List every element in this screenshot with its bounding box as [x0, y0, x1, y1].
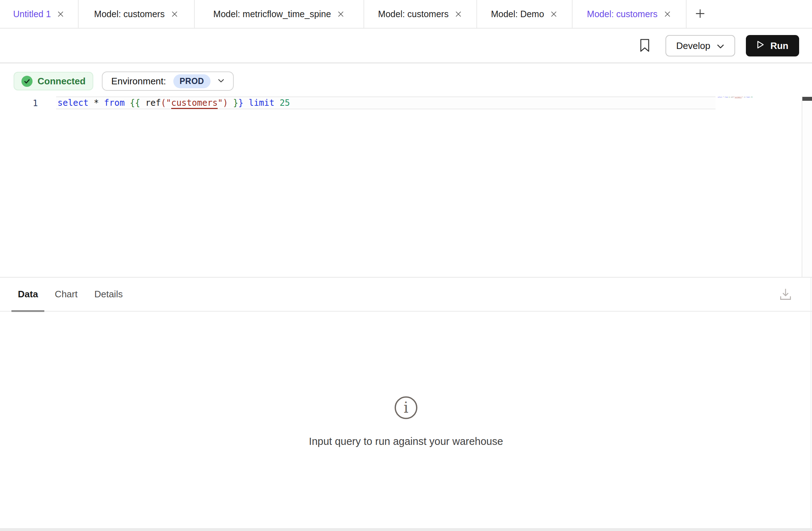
results-tab-label: Data [18, 289, 38, 300]
results-empty-state: i Input query to run against your wareho… [0, 396, 812, 447]
editor-pane: Connected Environment: PROD 1 select * f… [0, 66, 812, 277]
bottom-scrollbar-track[interactable] [0, 528, 812, 531]
plus-icon [694, 8, 706, 21]
tab-label: Model: customers [587, 9, 657, 19]
editor-tab[interactable]: Model: customers [79, 0, 195, 28]
chevron-down-icon [218, 79, 224, 84]
results-tab[interactable]: Chart [55, 278, 78, 311]
tab-label: Untitled 1 [13, 9, 51, 19]
tab-strip: Untitled 1 Model: customers Model: metri… [0, 0, 687, 28]
download-icon [779, 288, 792, 303]
close-tab-icon[interactable] [170, 10, 179, 18]
download-button[interactable] [778, 288, 793, 303]
close-tab-icon[interactable] [663, 10, 672, 18]
close-tab-icon[interactable] [550, 10, 558, 18]
bookmark-button[interactable] [637, 36, 653, 55]
editor-scrollbar-track[interactable] [802, 96, 812, 277]
close-tab-icon[interactable] [337, 10, 345, 18]
editor-tab[interactable]: Untitled 1 [0, 0, 79, 28]
editor-tab[interactable]: Model: customers [573, 0, 687, 28]
connection-status-badge: Connected [14, 72, 93, 90]
info-icon: i [394, 396, 418, 421]
tab-label: Model: customers [94, 9, 164, 19]
run-button-label: Run [770, 40, 788, 51]
results-tab-label: Details [94, 289, 123, 300]
check-circle-icon [21, 76, 33, 87]
editor-tab[interactable]: Model: customers [364, 0, 477, 28]
editor-tab[interactable]: Model: metricflow_time_spine [195, 0, 364, 28]
bookmark-icon [639, 38, 650, 54]
editor-tab[interactable]: Model: Demo [477, 0, 573, 28]
tab-bar: Untitled 1 Model: customers Model: metri… [0, 0, 812, 29]
run-button[interactable]: Run [746, 35, 799, 56]
toolbar: Develop Run [0, 29, 812, 64]
play-icon [757, 40, 764, 51]
connection-status-label: Connected [38, 76, 85, 87]
tab-label: Model: metricflow_time_spine [213, 9, 331, 19]
editor-scrollbar-thumb[interactable] [802, 97, 812, 101]
tab-label: Model: customers [378, 9, 449, 19]
environment-value-badge: PROD [173, 74, 211, 88]
right-edge-divider [811, 278, 811, 528]
line-number: 1 [21, 97, 38, 109]
develop-button[interactable]: Develop [665, 35, 735, 56]
close-tab-icon[interactable] [56, 10, 65, 18]
results-tabs-row: Data Chart Details [0, 278, 812, 312]
minimap: select * from {{ ref("customers") }} lim… [718, 96, 800, 118]
svg-text:i: i [403, 399, 408, 416]
code-line-content[interactable]: select * from {{ ref("customers") }} lim… [58, 97, 290, 109]
results-tab-label: Chart [55, 289, 78, 300]
environment-label: Environment: [111, 76, 166, 87]
ide-window: Untitled 1 Model: customers Model: metri… [0, 0, 812, 531]
results-tab[interactable]: Data [18, 278, 38, 311]
chevron-down-icon [717, 40, 724, 51]
code-editor[interactable]: 1 select * from {{ ref("customers") }} l… [0, 96, 812, 277]
results-panel: Data Chart Details i Input query to run … [0, 277, 812, 531]
develop-button-label: Develop [676, 40, 710, 51]
minimap-code: select * from {{ ref("customers") }} lim… [718, 96, 730, 98]
editor-status-row: Connected Environment: PROD [14, 71, 234, 91]
tab-label: Model: Demo [491, 9, 544, 19]
results-tab[interactable]: Details [94, 278, 123, 311]
close-tab-icon[interactable] [454, 10, 462, 18]
environment-dropdown[interactable]: Environment: PROD [102, 71, 234, 91]
new-tab-button[interactable] [687, 0, 714, 28]
empty-state-message: Input query to run against your warehous… [309, 436, 503, 447]
